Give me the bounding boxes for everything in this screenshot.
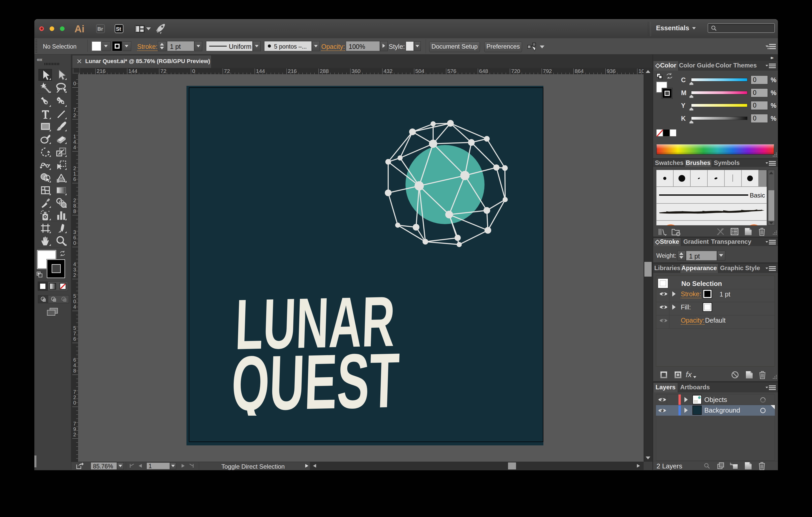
svg-text:QUEST: QUEST: [230, 337, 401, 416]
